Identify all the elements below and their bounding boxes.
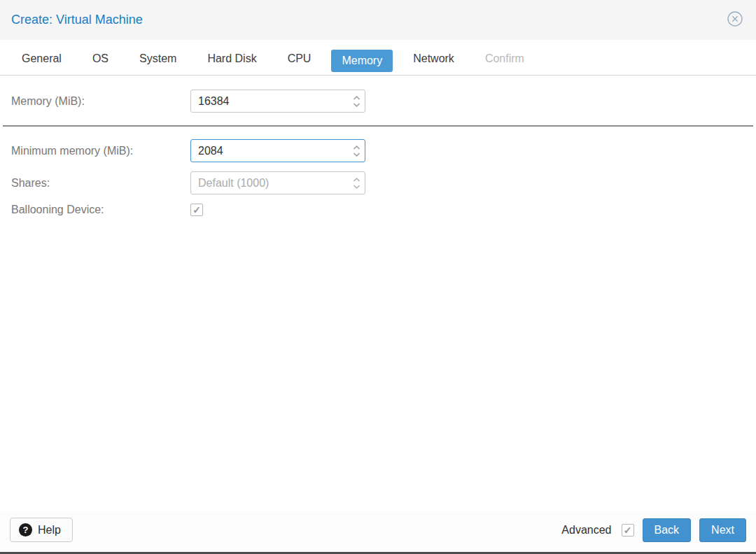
min-memory-label: Minimum memory (MiB): [11, 145, 190, 157]
ballooning-row: Ballooning Device: ✓ [11, 204, 745, 216]
tab-general[interactable]: General [11, 47, 72, 72]
ballooning-checkbox[interactable]: ✓ [190, 204, 203, 216]
wizard-tabbar: General OS System Hard Disk CPU Memory N… [0, 40, 756, 76]
tab-hard-disk[interactable]: Hard Disk [197, 47, 267, 72]
shares-field [190, 171, 365, 194]
help-button[interactable]: ? Help [10, 518, 73, 542]
memory-form: Memory (MiB): Minimum memory (MiB): [0, 76, 756, 216]
tab-os[interactable]: OS [82, 47, 119, 72]
create-vm-dialog: Create: Virtual Machine General OS Syste… [0, 0, 756, 554]
min-memory-spinner-buttons[interactable] [353, 144, 360, 157]
help-icon: ? [19, 523, 32, 537]
back-button[interactable]: Back [643, 518, 692, 542]
advanced-separator [3, 125, 753, 127]
spinner-down-icon [354, 153, 360, 156]
ballooning-label: Ballooning Device: [11, 204, 190, 216]
check-icon: ✓ [192, 204, 201, 215]
next-button[interactable]: Next [699, 518, 746, 542]
shares-spinner-buttons[interactable] [353, 176, 360, 190]
check-icon: ✓ [624, 525, 632, 536]
tab-cpu[interactable]: CPU [277, 47, 322, 72]
memory-label: Memory (MiB): [11, 95, 190, 108]
shares-row: Shares: [11, 171, 745, 194]
footer-actions: Advanced ✓ Back Next [561, 518, 746, 542]
memory-spinner-buttons[interactable] [353, 94, 360, 108]
min-memory-input[interactable] [190, 139, 365, 162]
spinner-up-icon [354, 146, 360, 149]
min-memory-row: Minimum memory (MiB): [11, 139, 745, 162]
advanced-checkbox[interactable]: ✓ [622, 524, 634, 537]
dialog-titlebar: Create: Virtual Machine [0, 0, 756, 40]
tab-memory[interactable]: Memory [331, 50, 393, 72]
help-button-label: Help [38, 524, 61, 537]
memory-input[interactable] [190, 90, 365, 113]
min-memory-field [190, 139, 365, 162]
memory-field [190, 90, 365, 113]
tab-network[interactable]: Network [402, 47, 465, 72]
shares-input[interactable] [190, 171, 365, 194]
dialog-footer: ? Help Advanced ✓ Back Next [0, 511, 756, 552]
tab-confirm: Confirm [475, 47, 535, 72]
advanced-label: Advanced [561, 524, 611, 537]
memory-row: Memory (MiB): [11, 90, 745, 113]
spinner-up-icon [354, 97, 360, 99]
spinner-down-icon [354, 104, 360, 106]
close-button[interactable] [727, 12, 743, 29]
spinner-down-icon [354, 185, 360, 188]
shares-label: Shares: [11, 177, 190, 190]
spinner-up-icon [354, 178, 360, 181]
tab-system[interactable]: System [129, 47, 187, 72]
dialog-title: Create: Virtual Machine [11, 13, 143, 27]
close-icon [727, 10, 743, 30]
